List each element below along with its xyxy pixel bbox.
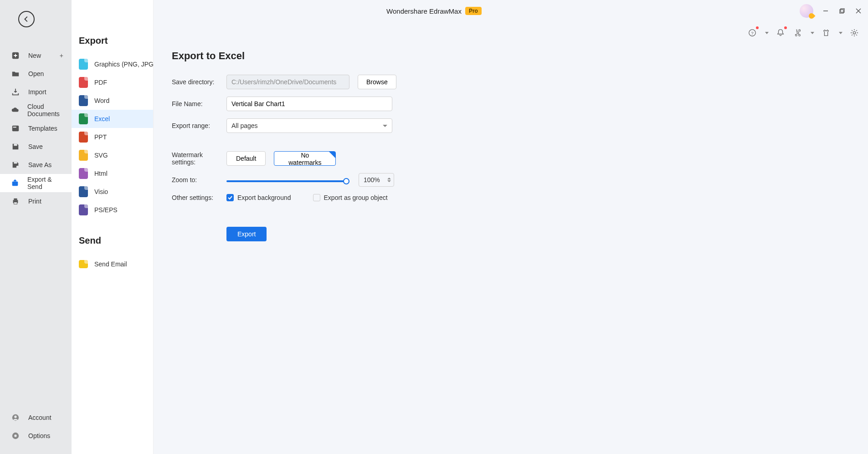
export-button[interactable]: Export bbox=[226, 227, 267, 241]
format-label: PDF bbox=[94, 79, 107, 86]
save-as-icon bbox=[11, 160, 20, 169]
zoom-slider[interactable] bbox=[226, 180, 349, 182]
svg-rect-11 bbox=[14, 144, 17, 146]
add-icon[interactable]: + bbox=[60, 52, 63, 59]
format-label: Graphics (PNG, JPG et... bbox=[94, 61, 153, 68]
checkbox-label: Export as group object bbox=[324, 194, 388, 201]
import-icon bbox=[11, 87, 20, 97]
format-excel[interactable]: Excel bbox=[72, 110, 153, 128]
row-export-button: Export bbox=[172, 227, 850, 241]
watermark-default-button[interactable]: Default bbox=[226, 151, 266, 166]
html-file-icon bbox=[79, 168, 88, 179]
format-label: PPT bbox=[94, 133, 107, 141]
ppt-file-icon bbox=[79, 132, 88, 143]
zoom-spinner[interactable]: 100% bbox=[359, 173, 394, 187]
nav-account[interactable]: Account bbox=[0, 408, 72, 427]
format-html[interactable]: Html bbox=[72, 164, 153, 183]
pdf-file-icon bbox=[79, 77, 88, 88]
chevron-down-icon[interactable] bbox=[387, 180, 391, 182]
zoom-value: 100% bbox=[364, 176, 380, 184]
format-svg[interactable]: SVG bbox=[72, 146, 153, 164]
svg-point-19 bbox=[14, 416, 16, 418]
export-group-checkbox[interactable]: Export as group object bbox=[313, 194, 388, 201]
nav-label: Import bbox=[28, 88, 46, 96]
format-ps-eps[interactable]: PS/EPS bbox=[72, 201, 153, 219]
nav-label: Templates bbox=[28, 125, 57, 132]
row-zoom: Zoom to: 100% bbox=[172, 173, 850, 187]
nav-label: Print bbox=[28, 198, 41, 205]
browse-button[interactable]: Browse bbox=[358, 75, 396, 89]
nav-print[interactable]: Print bbox=[0, 192, 72, 210]
export-range-select[interactable]: All pages bbox=[226, 118, 392, 133]
nav-export-send[interactable]: Export & Send bbox=[0, 174, 72, 192]
export-heading: Export bbox=[72, 30, 153, 55]
print-icon bbox=[11, 197, 20, 206]
svg-rect-17 bbox=[14, 202, 17, 204]
watermark-none-button[interactable]: No watermarks bbox=[274, 151, 336, 166]
nav-label: Save As bbox=[28, 161, 51, 168]
cloud-icon bbox=[11, 106, 19, 115]
format-label: Excel bbox=[94, 115, 110, 122]
zoom-stepper-arrows[interactable] bbox=[387, 178, 391, 182]
format-label: Send Email bbox=[94, 260, 127, 268]
nav-label: New bbox=[28, 52, 41, 59]
nav-new[interactable]: New + bbox=[0, 46, 72, 65]
folder-icon bbox=[11, 69, 20, 78]
nav-templates[interactable]: Templates bbox=[0, 119, 72, 138]
format-ppt[interactable]: PPT bbox=[72, 128, 153, 146]
export-range-value: All pages bbox=[231, 122, 258, 129]
ps-file-icon bbox=[79, 204, 88, 215]
visio-file-icon bbox=[79, 186, 88, 197]
primary-sidebar: New + Open Import Cloud Documents Templa… bbox=[0, 0, 72, 454]
nav-label: Options bbox=[28, 432, 50, 439]
row-export-range: Export range: All pages bbox=[172, 118, 850, 133]
nav-bottom: Account Options bbox=[0, 408, 72, 445]
export-send-icon bbox=[11, 179, 19, 188]
nav-open[interactable]: Open bbox=[0, 65, 72, 83]
save-icon bbox=[11, 142, 20, 151]
send-email[interactable]: Send Email bbox=[72, 255, 153, 273]
nav-save[interactable]: Save bbox=[0, 138, 72, 156]
label-file-name: File Name: bbox=[172, 100, 226, 107]
svg-point-13 bbox=[16, 166, 19, 168]
row-other: Other settings: Export background Export… bbox=[172, 194, 850, 201]
format-graphics[interactable]: Graphics (PNG, JPG et... bbox=[72, 55, 153, 73]
label-watermark: Watermark settings: bbox=[172, 151, 226, 166]
export-background-checkbox[interactable]: Export background bbox=[226, 194, 291, 201]
word-file-icon bbox=[79, 95, 88, 106]
main-panel: Export to Excel Save directory: Browse F… bbox=[154, 0, 868, 454]
svg-file-icon bbox=[79, 150, 88, 161]
svg-rect-10 bbox=[13, 127, 16, 128]
nav-options[interactable]: Options bbox=[0, 427, 72, 445]
nav-label: Export & Send bbox=[27, 176, 63, 190]
format-label: SVG bbox=[94, 152, 108, 159]
label-other: Other settings: bbox=[172, 194, 226, 201]
nav-label: Open bbox=[28, 70, 44, 77]
account-icon bbox=[11, 413, 20, 422]
format-visio[interactable]: Visio bbox=[72, 183, 153, 201]
format-label: Word bbox=[94, 97, 109, 104]
format-word[interactable]: Word bbox=[72, 92, 153, 110]
nav-list: New + Open Import Cloud Documents Templa… bbox=[0, 46, 72, 210]
nav-import[interactable]: Import bbox=[0, 83, 72, 101]
row-watermark: Watermark settings: Default No watermark… bbox=[172, 151, 850, 166]
label-save-directory: Save directory: bbox=[172, 78, 226, 86]
excel-file-icon bbox=[79, 113, 88, 124]
chevron-up-icon[interactable] bbox=[387, 178, 391, 179]
svg-point-21 bbox=[14, 434, 16, 437]
zoom-slider-wrap bbox=[226, 176, 349, 184]
send-heading: Send bbox=[72, 230, 153, 255]
nav-label: Save bbox=[28, 143, 43, 150]
graphics-file-icon bbox=[79, 59, 88, 70]
back-button[interactable] bbox=[18, 11, 35, 27]
plus-square-icon bbox=[11, 51, 20, 60]
format-label: Html bbox=[94, 170, 108, 177]
nav-label: Cloud Documents bbox=[27, 103, 63, 117]
label-zoom: Zoom to: bbox=[172, 176, 226, 184]
format-pdf[interactable]: PDF bbox=[72, 73, 153, 92]
svg-rect-9 bbox=[12, 126, 19, 132]
nav-save-as[interactable]: Save As bbox=[0, 156, 72, 174]
svg-rect-16 bbox=[14, 199, 17, 200]
file-name-input[interactable] bbox=[226, 97, 392, 111]
nav-cloud-documents[interactable]: Cloud Documents bbox=[0, 101, 72, 119]
